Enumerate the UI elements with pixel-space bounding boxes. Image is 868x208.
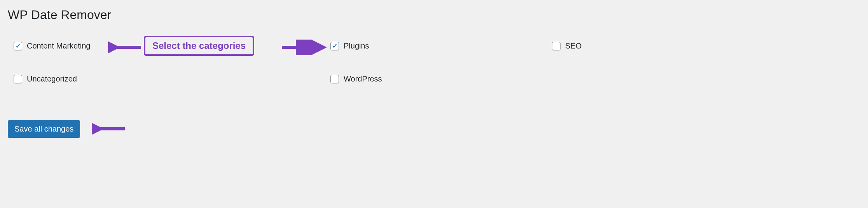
- category-item-plugins: Plugins: [330, 42, 369, 50]
- checkbox-wordpress[interactable]: [330, 75, 339, 83]
- annotation-callout: Select the categories: [144, 36, 254, 56]
- checkbox-uncategorized[interactable]: [14, 75, 22, 83]
- arrow-save-icon: [92, 119, 127, 139]
- categories-container: Content Marketing Plugins SEO Uncategori…: [8, 38, 860, 104]
- category-label: Uncategorized: [27, 75, 77, 83]
- arrow-left-icon: [108, 40, 143, 55]
- category-label: Content Marketing: [27, 42, 90, 50]
- save-button[interactable]: Save all changes: [8, 120, 80, 138]
- checkbox-seo[interactable]: [552, 42, 561, 50]
- arrow-right-icon: [280, 40, 327, 55]
- page-title: WP Date Remover: [8, 8, 860, 22]
- category-item-uncategorized: Uncategorized: [14, 75, 77, 83]
- category-label: SEO: [565, 42, 582, 50]
- category-label: WordPress: [344, 75, 382, 83]
- category-item-seo: SEO: [552, 42, 582, 50]
- save-row: Save all changes: [8, 119, 860, 139]
- checkbox-content-marketing[interactable]: [14, 42, 22, 50]
- checkbox-plugins[interactable]: [330, 42, 339, 50]
- category-item-content-marketing: Content Marketing: [14, 42, 90, 50]
- category-item-wordpress: WordPress: [330, 75, 382, 83]
- category-label: Plugins: [344, 42, 369, 50]
